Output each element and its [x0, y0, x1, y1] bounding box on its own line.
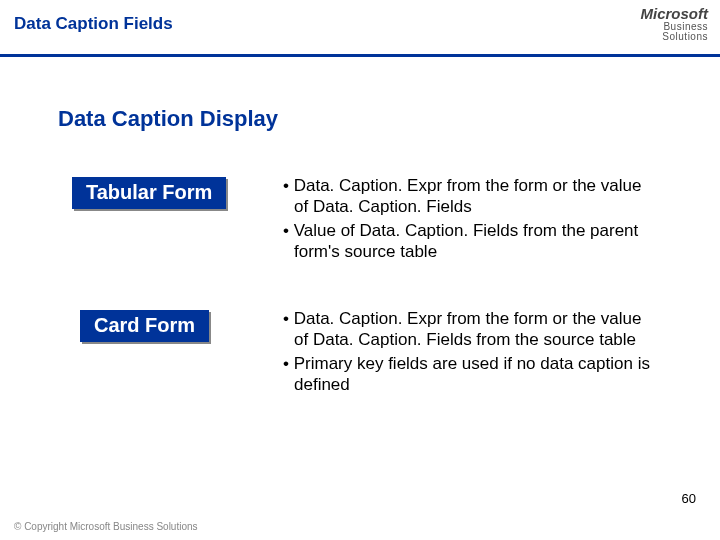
header-bar: Data Caption Fields Microsoft Business S… [0, 0, 720, 57]
footer-copyright: © Copyright Microsoft Business Solutions [14, 521, 198, 532]
section-title: Data Caption Display [58, 106, 278, 132]
chip-tabular-form: Tabular Form [72, 177, 226, 209]
bullet-item: • Value of Data. Caption. Fields from th… [280, 220, 660, 263]
chip-card-form: Card Form [80, 310, 209, 342]
bullet-text: Primary key fields are used if no data c… [294, 354, 650, 394]
bullet-item: • Primary key fields are used if no data… [280, 353, 660, 396]
bullet-item: • Data. Caption. Expr from the form or t… [280, 308, 660, 351]
bullet-text: Data. Caption. Expr from the form or the… [294, 176, 642, 216]
bullets-card-form: • Data. Caption. Expr from the form or t… [280, 308, 660, 397]
bullet-item: • Data. Caption. Expr from the form or t… [280, 175, 660, 218]
slide: Data Caption Fields Microsoft Business S… [0, 0, 720, 540]
logo-line1: Microsoft [641, 6, 709, 22]
page-number: 60 [682, 491, 696, 506]
bullet-text: Data. Caption. Expr from the form or the… [294, 309, 642, 349]
logo: Microsoft Business Solutions [641, 6, 709, 43]
bullets-tabular-form: • Data. Caption. Expr from the form or t… [280, 175, 660, 264]
header-title: Data Caption Fields [14, 14, 173, 34]
logo-line3: Solutions [641, 32, 709, 43]
bullet-text: Value of Data. Caption. Fields from the … [294, 221, 639, 261]
